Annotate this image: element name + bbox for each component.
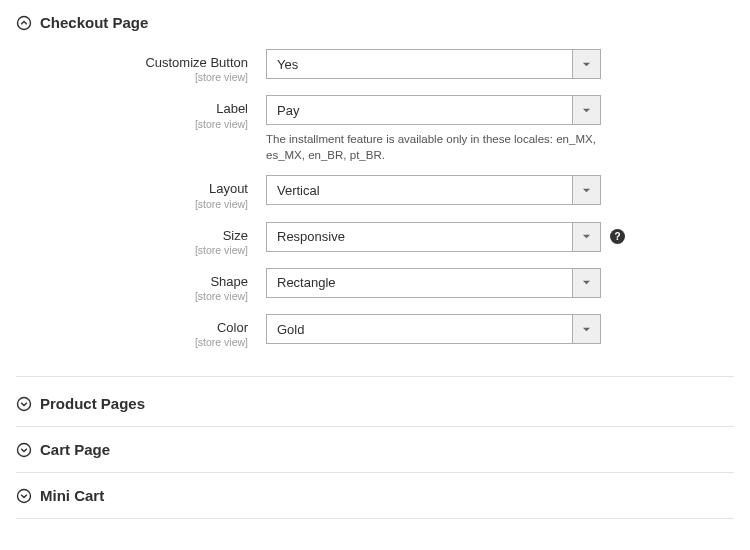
caret-down-icon: [572, 50, 600, 78]
caret-down-icon: [572, 315, 600, 343]
shape-select[interactable]: Rectangle: [266, 268, 601, 298]
section-product-pages-header[interactable]: Product Pages: [16, 381, 734, 426]
help-icon[interactable]: ?: [610, 229, 625, 244]
svg-point-0: [18, 16, 31, 29]
section-cart-page-title: Cart Page: [40, 441, 110, 458]
field-label-col: Label [store view]: [16, 95, 266, 129]
field-label: Label [store view] Pay The installment f…: [16, 95, 734, 163]
field-label-text: Layout: [16, 181, 248, 197]
field-label-col: Color [store view]: [16, 314, 266, 348]
field-shape: Shape [store view] Rectangle: [16, 268, 734, 302]
customize-button-select[interactable]: Yes: [266, 49, 601, 79]
chevron-up-icon: [16, 15, 32, 31]
select-value: Yes: [267, 50, 572, 78]
field-scope: [store view]: [16, 290, 248, 302]
field-control: Vertical: [266, 175, 601, 205]
field-customize-button: Customize Button [store view] Yes: [16, 49, 734, 83]
field-scope: [store view]: [16, 336, 248, 348]
select-value: Vertical: [267, 176, 572, 204]
section-product-pages-title: Product Pages: [40, 395, 145, 412]
field-control: Gold: [266, 314, 601, 344]
section-cart-page-header[interactable]: Cart Page: [16, 427, 734, 472]
select-value: Responsive: [267, 223, 572, 251]
field-control: Rectangle: [266, 268, 601, 298]
field-size: Size [store view] Responsive ?: [16, 222, 734, 256]
section-product-pages: Product Pages: [16, 381, 734, 427]
caret-down-icon: [572, 269, 600, 297]
label-select[interactable]: Pay: [266, 95, 601, 125]
chevron-down-icon: [16, 488, 32, 504]
section-mini-cart-title: Mini Cart: [40, 487, 104, 504]
field-scope: [store view]: [16, 244, 248, 256]
select-value: Rectangle: [267, 269, 572, 297]
svg-point-1: [18, 397, 31, 410]
select-value: Pay: [267, 96, 572, 124]
chevron-down-icon: [16, 442, 32, 458]
layout-select[interactable]: Vertical: [266, 175, 601, 205]
caret-down-icon: [572, 223, 600, 251]
svg-point-2: [18, 443, 31, 456]
svg-point-3: [18, 489, 31, 502]
chevron-down-icon: [16, 396, 32, 412]
field-label-col: Layout [store view]: [16, 175, 266, 209]
field-layout: Layout [store view] Vertical: [16, 175, 734, 209]
section-checkout-body: Customize Button [store view] Yes Label …: [16, 43, 734, 377]
field-scope: [store view]: [16, 198, 248, 210]
field-control: Responsive ?: [266, 222, 601, 252]
field-color: Color [store view] Gold: [16, 314, 734, 348]
field-label-col: Size [store view]: [16, 222, 266, 256]
section-checkout-header[interactable]: Checkout Page: [16, 14, 734, 43]
select-value: Gold: [267, 315, 572, 343]
field-label: Customize Button: [16, 55, 248, 71]
section-checkout: Checkout Page Customize Button [store vi…: [16, 14, 734, 377]
field-label-text: Shape: [16, 274, 248, 290]
section-mini-cart: Mini Cart: [16, 473, 734, 519]
field-label-text: Label: [16, 101, 248, 117]
field-label-text: Size: [16, 228, 248, 244]
section-cart-page: Cart Page: [16, 427, 734, 473]
field-label-col: Shape [store view]: [16, 268, 266, 302]
section-checkout-title: Checkout Page: [40, 14, 148, 31]
caret-down-icon: [572, 96, 600, 124]
color-select[interactable]: Gold: [266, 314, 601, 344]
field-control: Yes: [266, 49, 601, 79]
section-mini-cart-header[interactable]: Mini Cart: [16, 473, 734, 518]
field-control: Pay The installment feature is available…: [266, 95, 601, 163]
caret-down-icon: [572, 176, 600, 204]
field-label-col: Customize Button [store view]: [16, 49, 266, 83]
field-scope: [store view]: [16, 71, 248, 83]
field-label-text: Color: [16, 320, 248, 336]
size-select[interactable]: Responsive: [266, 222, 601, 252]
label-field-note: The installment feature is available onl…: [266, 131, 601, 163]
field-scope: [store view]: [16, 118, 248, 130]
